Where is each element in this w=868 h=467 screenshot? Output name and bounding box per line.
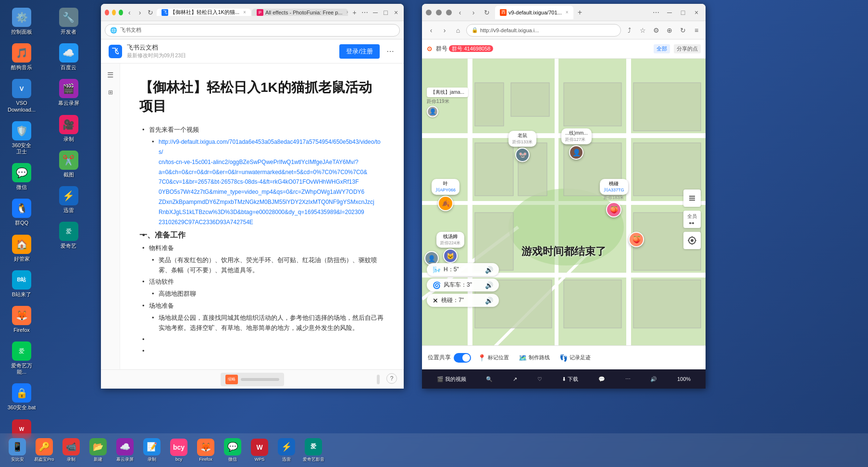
feishu-new-tab-btn[interactable]: + [351,7,359,18]
taskbar-icon-muyun[interactable]: ☁️ 幕云录屏 [112,438,137,463]
map-back-btn[interactable]: ‹ [455,7,465,18]
feishu-menu-btn[interactable]: ⋯ [361,7,369,18]
map-tb-share-btn[interactable]: ↗ [513,376,517,382]
map-bookmark-btn[interactable]: ☆ [637,25,648,36]
map-more-btn[interactable]: ≡ [691,25,702,36]
map-address-bar[interactable]: 🔒 http://v9-default.ixigua.i... [466,24,621,37]
feishu-addressbar[interactable]: 🌐 飞书文档 [105,24,400,37]
icon-baiduyun[interactable]: ☁️ 百度云 [50,40,88,74]
feishu-forward-btn[interactable]: › [136,7,144,18]
icon-360[interactable]: 🛡️ 360安全卫士 [2,118,41,158]
taskbar-icon-thunder[interactable]: ⚡ 迅雷 [274,438,299,463]
icon-dev[interactable]: 🔧 开发者 [50,5,88,38]
map-reload-btn[interactable]: ↻ [482,7,492,18]
feishu-back-btn[interactable]: ‹ [126,7,134,18]
icon-screenshot[interactable]: ✂️ 截图 [50,148,88,181]
taskbar-icon-yidao[interactable]: 🔑 易盗宝Pro [32,438,57,463]
map-share-toggle-switch[interactable] [454,353,471,363]
feishu-more-button[interactable]: ⋯ [384,46,396,57]
taskbar-icon-wechat[interactable]: 💬 微信 [220,438,245,463]
map-tb-like-btn[interactable]: ♡ [537,376,542,382]
map-close-btn[interactable] [426,10,432,15]
feishu-window-min[interactable]: ─ [372,7,379,18]
map-mark-location-btn[interactable]: 📍 标记位置 [475,352,512,364]
map-new-tab-btn[interactable]: + [573,6,587,19]
sidebar-indent-btn[interactable]: ⊞ [104,86,117,99]
record-track-icon: 👣 [559,354,568,362]
feishu-login-button[interactable]: 登录/注册 [339,44,380,59]
svg-rect-18 [633,143,701,196]
doc-help-button[interactable]: ? [386,373,397,384]
map-min-btn[interactable] [436,10,442,15]
map-titlebar: ‹ › ↻ 西 v9-default.ixigua/701... × + ⋯ ─… [422,4,706,21]
map-nav-forward[interactable]: › [439,25,450,36]
map-tb-download-btn[interactable]: ⬇ 下载 [562,376,578,383]
taskbar-icon-bcy[interactable]: bcy bcy [166,438,191,463]
feishu-tabs: 飞 【御林社】轻松日入1K的猫... × P All effects - Pho… [157,9,347,16]
map-nav-back[interactable]: ‹ [426,25,436,36]
map-tab1[interactable]: 西 v9-default.ixigua/701... × [495,6,573,19]
feishu-reload-btn[interactable]: ↻ [147,7,154,18]
desktop: ⚙️ 控制面板 🎵 酷狗音乐 V VSODownload... 🛡️ 360安全… [0,0,868,467]
map-side-locate-btn[interactable] [683,232,701,249]
icon-wechat[interactable]: 💬 微信 [2,160,41,193]
icon-muyun[interactable]: 🎬 幕云录屏 [50,76,88,109]
icon-bstation[interactable]: B站 B站来了 [2,267,41,301]
map-win-min[interactable]: ─ [664,7,675,18]
icon-control-panel[interactable]: ⚙️ 控制面板 [2,5,41,38]
map-side-grid-btn[interactable]: 全员 [683,211,701,228]
taskbar-icon-new[interactable]: 📂 新建 [86,438,111,463]
icon-helper[interactable]: 🏠 好管家 [2,232,41,265]
map-tb-sound-btn[interactable]: 🔊 [650,376,657,382]
icon-vso[interactable]: V VSODownload... [2,76,41,115]
map-tb-comment-btn[interactable]: 💬 [598,376,605,382]
map-tab1-close[interactable]: × [566,10,569,15]
icon-record[interactable]: 🎥 录制 [50,112,88,145]
taskbar-icon-record[interactable]: 📹 录制 [59,438,84,463]
taskbar-icon-wps[interactable]: W WPS [247,438,272,463]
map-tag-shared[interactable]: 分享的点 [674,44,701,53]
map-share-btn[interactable]: ⤴ [624,25,634,36]
icon-qqgroup[interactable]: 🐧 群QQ [2,196,41,229]
feishu-close-btn[interactable] [105,10,109,15]
map-tag-all[interactable]: 全部 [654,44,670,53]
map-reload-nav[interactable]: ↻ [678,25,688,36]
map-win-max[interactable]: □ [678,7,688,18]
map-tb-video-btn[interactable]: 🎬 我的视频 [437,376,466,383]
svg-rect-23 [633,280,701,328]
feishu-tab1[interactable]: 飞 【御林社】轻松日入1K的猫... × [157,9,250,16]
tab1-close[interactable]: × [243,10,246,15]
map-settings-btn[interactable]: ⚙ [651,25,661,36]
map-tb-search-btn[interactable]: 🔍 [486,376,493,382]
map-nav-home[interactable]: ⌂ [453,25,463,36]
tab2-close[interactable]: × [347,10,348,15]
feishu-min-btn[interactable] [112,10,116,15]
map-menu-btn[interactable]: ⋯ [651,7,661,18]
feishu-window-max[interactable]: □ [382,7,390,18]
map-make-route-btn[interactable]: 🗺️ 制作路线 [516,352,553,364]
map-stats-bar: 🌬️ H：5" 🔊 🌀 风车车：3" 🔊 ✕ 桃碰：7" 🔊 [427,263,499,307]
map-zoom-btn[interactable]: ⊕ [664,25,675,36]
icon-firefox[interactable]: 🦊 Firefox [2,303,41,336]
taskbar-icon-firefox[interactable]: 🦊 Firefox [193,438,218,463]
icon-iqiyi[interactable]: 爱 爱奇艺 [50,219,88,252]
sidebar-outline-btn[interactable]: ☰ [104,68,117,82]
feishu-window-close[interactable]: × [392,7,400,18]
taskbar-icon-anbi[interactable]: 📱 安比安 [5,438,30,463]
feishu-tab2[interactable]: P All effects - PhotoFunia: Free p... × [252,9,348,16]
taskbar-icon-note[interactable]: 📝 录制 [139,438,164,463]
icon-ainit[interactable]: 爱 爱奇艺万能... [2,339,41,378]
feishu-max-btn[interactable] [119,10,123,15]
map-app-icon: ⊙ [427,45,432,52]
map-win-close[interactable]: × [691,7,702,18]
map-tb-more-btn[interactable]: ⋯ [625,376,631,382]
taskbar-icon-iqiyi[interactable]: 爱 爱奇艺影音 [301,438,326,463]
video-link-text[interactable]: http://v9-default.ixigua.com/701ada6e453… [159,139,381,225]
map-forward-btn[interactable]: › [468,7,479,18]
map-max-btn[interactable] [446,10,452,15]
icon-xunlei[interactable]: ⚡ 迅雷 [50,183,88,216]
icon-music[interactable]: 🎵 酷狗音乐 [2,40,41,74]
icon-open-bat[interactable]: 🔒 360安全.bat [2,380,41,414]
map-side-list-btn[interactable] [683,189,701,207]
map-record-track-btn[interactable]: 👣 记录足迹 [557,352,594,364]
